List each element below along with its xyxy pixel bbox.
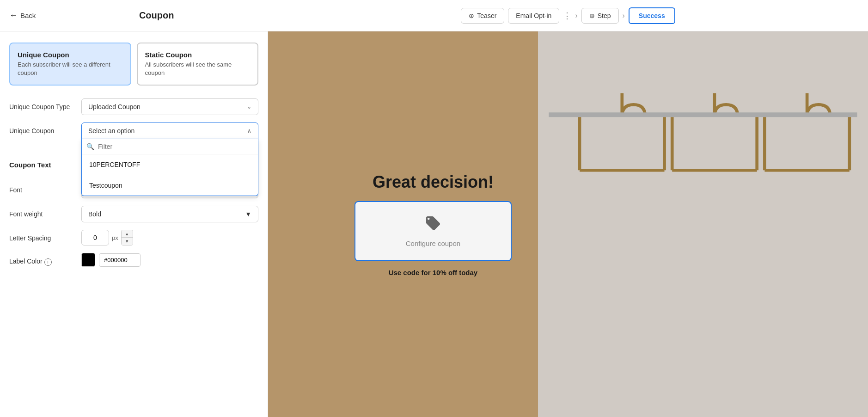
coupon-type-value: Uploaded Coupon bbox=[88, 103, 141, 110]
static-coupon-title: Static Coupon bbox=[145, 51, 251, 59]
email-optin-label: Email Opt-in bbox=[516, 12, 551, 19]
coupon-configure-label: Configure coupon bbox=[406, 239, 460, 247]
coupon-placeholder: Select an option bbox=[88, 127, 134, 135]
header-left: ← Back Coupon bbox=[9, 10, 277, 21]
form-section: Unique Coupon Type Uploaded Coupon ⌄ Uni… bbox=[9, 98, 258, 267]
coupon-dropdown-menu: 🔍 10PERCENTOFF Testcoupon bbox=[81, 139, 258, 196]
main-content: Unique Coupon Each subscriber will see a… bbox=[0, 31, 868, 417]
font-label: Font bbox=[9, 182, 74, 194]
unique-coupon-row: Unique Coupon Select an option ∧ 🔍 bbox=[9, 123, 258, 148]
nav-step-step: ⊕ Step › bbox=[581, 8, 625, 24]
letter-spacing-control: px ▲ ▼ bbox=[81, 230, 258, 245]
coupon-type-select[interactable]: Uploaded Coupon ⌄ bbox=[81, 98, 258, 115]
font-weight-row: Font weight Bold ▼ bbox=[9, 206, 258, 222]
preview-title: Great decision! bbox=[373, 172, 494, 192]
nav-step-success: Success bbox=[629, 7, 675, 24]
spinner-up[interactable]: ▲ bbox=[122, 230, 133, 238]
preview-background: Great decision! Configure coupon Use cod… bbox=[268, 31, 868, 417]
success-nav-button[interactable]: Success bbox=[629, 7, 675, 24]
label-color-row: Label Color i bbox=[9, 253, 258, 267]
unique-coupon-card[interactable]: Unique Coupon Each subscriber will see a… bbox=[9, 43, 131, 86]
back-arrow-icon: ← bbox=[9, 11, 18, 20]
coupon-type-chevron: ⌄ bbox=[247, 104, 251, 110]
filter-input[interactable] bbox=[98, 143, 253, 150]
unique-coupon-label: Unique Coupon bbox=[9, 123, 74, 135]
step-label: Step bbox=[598, 12, 611, 19]
left-panel: Unique Coupon Each subscriber will see a… bbox=[0, 31, 268, 417]
font-weight-chevron: ▼ bbox=[245, 210, 251, 218]
spacing-input-group: px ▲ ▼ bbox=[81, 230, 258, 245]
spacing-unit: px bbox=[112, 234, 118, 241]
color-row bbox=[81, 253, 258, 267]
back-label: Back bbox=[20, 12, 36, 19]
dropdown-item-1[interactable]: Testcoupon bbox=[82, 175, 258, 196]
header: ← Back Coupon ⊕ Teaser Email Opt-in ⋮ › bbox=[0, 0, 868, 31]
filter-search-icon: 🔍 bbox=[86, 143, 94, 150]
back-button[interactable]: ← Back bbox=[9, 11, 36, 20]
step-nav-button[interactable]: ⊕ Step bbox=[581, 8, 619, 24]
font-weight-value: Bold bbox=[88, 210, 101, 218]
unique-coupon-control: Select an option ∧ 🔍 10PERCENTOFF Testco… bbox=[81, 123, 258, 148]
preview-content: Great decision! Configure coupon Use cod… bbox=[268, 31, 598, 417]
app-layout: ← Back Coupon ⊕ Teaser Email Opt-in ⋮ › bbox=[0, 0, 868, 417]
success-label: Success bbox=[639, 12, 665, 19]
static-coupon-desc: All subscribers will see the same coupon bbox=[145, 61, 251, 77]
nav-chevron-icon: › bbox=[575, 12, 577, 20]
step-plus-icon: ⊕ bbox=[589, 12, 595, 19]
coupon-type-control: Uploaded Coupon ⌄ bbox=[81, 98, 258, 115]
label-color-control bbox=[81, 253, 258, 267]
letter-spacing-label: Letter Spacing bbox=[9, 230, 74, 242]
coupon-configure-box[interactable]: Configure coupon bbox=[355, 201, 512, 261]
preview-subtext: Use code for 10% off today bbox=[389, 269, 478, 276]
label-color-info-icon[interactable]: i bbox=[44, 258, 52, 266]
email-optin-nav-button[interactable]: Email Opt-in bbox=[508, 8, 559, 24]
static-coupon-card[interactable]: Static Coupon All subscribers will see t… bbox=[137, 43, 259, 86]
coupon-dropdown-container: Select an option ∧ 🔍 10PERCENTOFF Testco… bbox=[81, 123, 258, 139]
spinner-buttons: ▲ ▼ bbox=[121, 230, 133, 245]
color-swatch[interactable] bbox=[81, 253, 95, 267]
nav-step-email-optin: Email Opt-in ⋮ › bbox=[508, 8, 577, 24]
letter-spacing-input[interactable] bbox=[81, 230, 109, 245]
font-weight-control: Bold ▼ bbox=[81, 206, 258, 222]
right-panel: Great decision! Configure coupon Use cod… bbox=[268, 31, 868, 417]
nav-chevron-icon-2: › bbox=[623, 12, 625, 20]
teaser-nav-button[interactable]: ⊕ Teaser bbox=[461, 8, 504, 24]
page-title: Coupon bbox=[36, 10, 277, 21]
unique-coupon-title: Unique Coupon bbox=[18, 51, 123, 59]
header-nav: ⊕ Teaser Email Opt-in ⋮ › ⊕ Step › bbox=[277, 7, 859, 24]
label-color-label: Label Color i bbox=[9, 253, 74, 266]
coupon-type-cards: Unique Coupon Each subscriber will see a… bbox=[9, 43, 258, 86]
font-weight-label: Font weight bbox=[9, 206, 74, 218]
filter-area: 🔍 bbox=[82, 139, 258, 154]
coupon-tag-icon bbox=[425, 215, 441, 235]
coupon-select[interactable]: Select an option ∧ bbox=[81, 123, 258, 139]
font-weight-select[interactable]: Bold ▼ bbox=[81, 206, 258, 222]
dropdown-item-0[interactable]: 10PERCENTOFF bbox=[82, 154, 258, 175]
color-hex-input[interactable] bbox=[99, 253, 141, 267]
preview-card: Great decision! Configure coupon Use cod… bbox=[268, 31, 868, 417]
teaser-label: Teaser bbox=[477, 12, 496, 19]
coupon-chevron-up: ∧ bbox=[247, 128, 251, 134]
coupon-type-row: Unique Coupon Type Uploaded Coupon ⌄ bbox=[9, 98, 258, 115]
nav-step-teaser: ⊕ Teaser bbox=[461, 8, 504, 24]
teaser-plus-icon: ⊕ bbox=[469, 12, 474, 19]
coupon-type-label: Unique Coupon Type bbox=[9, 98, 74, 110]
letter-spacing-row: Letter Spacing px ▲ ▼ bbox=[9, 230, 258, 245]
spinner-down[interactable]: ▼ bbox=[122, 238, 133, 245]
unique-coupon-desc: Each subscriber will see a different cou… bbox=[18, 61, 123, 77]
more-options-icon[interactable]: ⋮ bbox=[563, 11, 571, 21]
